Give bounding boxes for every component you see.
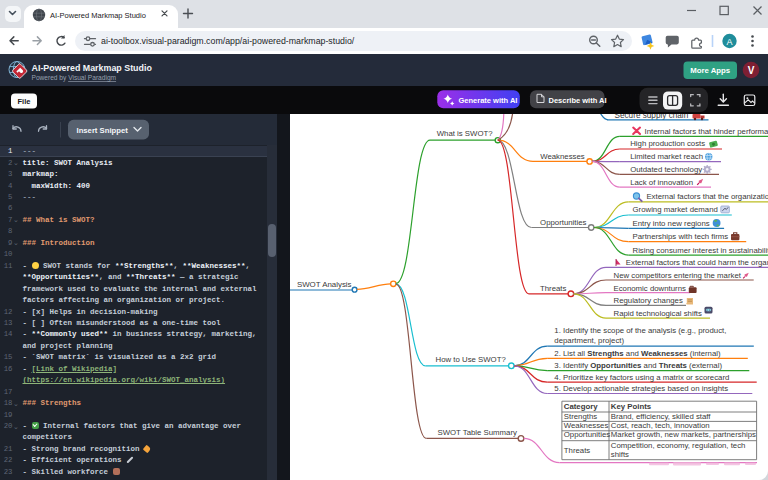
svg-text:1. Identify the scope of the a: 1. Identify the scope of the analysis (e… [554, 326, 726, 335]
svg-text:ai-toolbox.visual-paradigm.com: ai-toolbox.visual-paradigm.com/app/ai-po… [101, 36, 355, 46]
svg-text:Economic downturns: Economic downturns [614, 284, 686, 293]
svg-text:Key Points: Key Points [611, 402, 652, 411]
svg-text:3. Identify Opportunities and: 3. Identify Opportunities and Threats (e… [554, 361, 722, 370]
svg-text:SWOT Table Summary: SWOT Table Summary [438, 428, 518, 437]
svg-text:Powered by Visual Paradigm: Powered by Visual Paradigm [32, 74, 117, 82]
svg-text:Category: Category [564, 402, 598, 411]
svg-text:External factors that the orga: External factors that the organization c… [646, 192, 768, 201]
svg-text:High production costs: High production costs [630, 139, 705, 148]
svg-text:department, project): department, project) [554, 336, 624, 345]
svg-text:Describe with AI: Describe with AI [549, 96, 607, 105]
svg-text:4. Prioritize key factors usin: 4. Prioritize key factors using a matrix… [554, 373, 729, 382]
svg-text:Partnerships with tech firms: Partnerships with tech firms [633, 232, 729, 241]
svg-text:Strengths: Strengths [564, 412, 597, 421]
svg-text:A: A [726, 37, 732, 47]
svg-text:2. List all Strengths and Weak: 2. List all Strengths and Weaknesses (in… [554, 349, 721, 358]
svg-text:File: File [18, 97, 31, 106]
svg-text:Limited market reach: Limited market reach [630, 152, 703, 161]
svg-text:Internal factors that hinder p: Internal factors that hinder performance [645, 127, 768, 136]
svg-text:5. Develop actionable strategi: 5. Develop actionable strategies based o… [554, 384, 728, 393]
svg-text:How to Use SWOT?: How to Use SWOT? [436, 355, 507, 364]
svg-text:Opportunities: Opportunities [540, 218, 586, 227]
svg-text:External factors that could ha: External factors that could harm the org… [626, 258, 768, 267]
svg-text:What is SWOT?: What is SWOT? [437, 129, 494, 138]
svg-text:SWOT Analysis: SWOT Analysis [297, 280, 352, 289]
svg-text:Market growth, new markets, pa: Market growth, new markets, partnerships [611, 430, 756, 439]
svg-text:Brand, efficiency, skilled sta: Brand, efficiency, skilled staff [611, 412, 712, 421]
svg-text:Secure supply chain: Secure supply chain [615, 114, 689, 120]
svg-text:Generate with AI: Generate with AI [459, 96, 518, 105]
svg-text:Regulatory changes: Regulatory changes [614, 296, 683, 305]
svg-text:Rising consumer interest in su: Rising consumer interest in sustainabili… [633, 246, 768, 255]
svg-text:AI-Powered Markmap Studio: AI-Powered Markmap Studio [50, 11, 146, 20]
svg-text:Entry into new regions: Entry into new regions [633, 219, 710, 228]
svg-text:Outdated technology: Outdated technology [630, 165, 702, 174]
svg-text:Weaknesses: Weaknesses [540, 152, 585, 161]
svg-text:Competition, economy, regulati: Competition, economy, regulation, tech [611, 441, 746, 450]
svg-text:New competitors entering the m: New competitors entering the market [614, 271, 742, 280]
svg-text:Threats: Threats [564, 446, 591, 455]
svg-text:Rapid technological shifts: Rapid technological shifts [614, 309, 703, 318]
svg-text:Cost, reach, tech, innovation: Cost, reach, tech, innovation [611, 421, 710, 430]
svg-text:Threats: Threats [540, 284, 567, 293]
svg-text:Weaknesses: Weaknesses [564, 421, 609, 430]
svg-text:Lack of innovation: Lack of innovation [630, 178, 693, 187]
svg-text:Opportunities: Opportunities [564, 430, 610, 439]
svg-text:More Apps: More Apps [690, 66, 731, 75]
svg-text:AI-Powered Markmap Studio: AI-Powered Markmap Studio [32, 63, 153, 73]
svg-text:V: V [748, 65, 755, 76]
svg-text:Growing market demand: Growing market demand [633, 205, 718, 214]
svg-text:shifts: shifts [611, 450, 629, 459]
